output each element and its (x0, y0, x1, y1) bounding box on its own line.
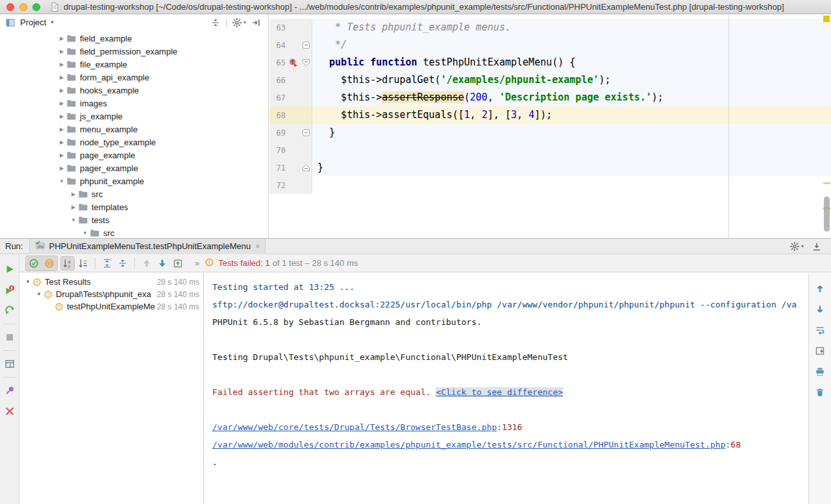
up-the-stack-trace-icon[interactable] (813, 282, 827, 296)
project-tree-item-src[interactable]: ▼src (0, 226, 268, 238)
gutter[interactable]: 70 (269, 141, 312, 159)
close-tab-icon[interactable]: × (255, 242, 260, 251)
editor-line-71[interactable]: 71} (269, 159, 831, 176)
expand-arrow-icon[interactable]: ▶ (69, 204, 78, 210)
code-text[interactable] (312, 176, 831, 194)
code-text[interactable]: * Tests phpunit_example menus. (312, 19, 831, 36)
project-tree-item-phpunit_example[interactable]: ▼phpunit_example (0, 174, 268, 187)
expand-arrow-icon[interactable]: ▶ (57, 165, 66, 171)
error-stripe-mark[interactable] (823, 182, 830, 184)
test-console-output[interactable]: Testing started at 13:25 ...sftp://docke… (205, 273, 808, 504)
previous-failed-test-icon[interactable] (140, 256, 154, 270)
test-tree-row[interactable]: ▼Drupal\Tests\phpunit_exa28 s 140 ms (19, 288, 203, 300)
editor-line-69[interactable]: 69 } (269, 124, 831, 141)
close-window-button[interactable] (6, 3, 14, 11)
editor-scrollbar[interactable] (821, 14, 831, 238)
test-tree-row[interactable]: ▼Test Results28 s 140 ms (19, 276, 203, 288)
project-tree-item-menu_example[interactable]: ▶menu_example (0, 123, 268, 136)
expand-arrow-icon[interactable]: ▶ (57, 88, 66, 93)
chevron-down-icon[interactable]: ▼ (49, 19, 55, 25)
editor-line-70[interactable]: 70 (269, 141, 831, 159)
collapse-arrow-icon[interactable]: ▼ (57, 178, 66, 184)
expand-arrow-icon[interactable]: ▶ (57, 152, 66, 158)
expand-arrow-icon[interactable]: ▶ (69, 191, 78, 197)
gutter[interactable]: 72 (269, 176, 312, 194)
editor-line-66[interactable]: 66 $this->drupalGet('/examples/phpunit-e… (269, 71, 831, 89)
collapse-arrow-icon[interactable]: ▼ (69, 217, 78, 223)
editor-line-68[interactable]: 68 $this->assertEquals([1, 2], [3, 4]); (269, 106, 831, 124)
sort-alphabetically-icon[interactable]: az (60, 256, 75, 270)
project-panel-title[interactable]: Project (20, 18, 46, 27)
gutter[interactable]: 66 (269, 71, 312, 89)
chevron-down-icon[interactable]: ▾ (243, 19, 246, 25)
project-tree-item-node_type_example[interactable]: ▶node_type_example (0, 136, 268, 149)
rerun-failed-tests-icon[interactable] (3, 283, 17, 297)
clear-all-icon[interactable] (813, 385, 827, 400)
project-tree-item-tests[interactable]: ▼tests (0, 213, 268, 226)
zoom-window-button[interactable] (32, 3, 40, 11)
editor-line-65[interactable]: 65 public function testPhpUnitExampleMen… (269, 54, 831, 71)
gutter[interactable]: 71 (269, 159, 312, 176)
code-text[interactable]: */ (312, 36, 831, 54)
toggle-auto-test-icon[interactable] (3, 304, 17, 318)
collapse-arrow-icon[interactable]: ▼ (34, 291, 43, 297)
project-toolwindow-icon[interactable] (4, 16, 17, 29)
console-link[interactable]: <Click to see difference> (436, 387, 563, 397)
hide-toolwindow-icon[interactable] (810, 239, 824, 254)
code-text[interactable]: $this->drupalGet('/examples/phpunit-exam… (312, 71, 831, 89)
expand-arrow-icon[interactable]: ▶ (57, 126, 66, 132)
gutter[interactable]: 67 (269, 89, 312, 106)
console-link[interactable]: /var/www/web/core/tests/Drupal/Tests/Bro… (212, 422, 497, 432)
test-tree-row[interactable]: testPhpUnitExampleMe28 s 140 ms (19, 300, 203, 313)
collapse-all-icon[interactable] (208, 16, 223, 30)
expand-arrow-icon[interactable]: ▶ (57, 114, 66, 119)
down-the-stack-trace-icon[interactable] (813, 302, 827, 317)
code-text[interactable]: $this->assertEquals([1, 2], [3, 4]); (312, 106, 831, 124)
project-tree-item-form_api_example[interactable]: ▶form_api_example (0, 71, 268, 84)
collapse-all-icon[interactable] (116, 256, 130, 270)
editor-line-64[interactable]: 64 */ (269, 36, 831, 54)
show-ignored-icon[interactable] (42, 256, 56, 270)
use-soft-wraps-icon[interactable] (813, 323, 827, 337)
expand-arrow-icon[interactable]: ▶ (57, 36, 66, 42)
stop-icon[interactable] (3, 330, 17, 344)
expand-arrow-icon[interactable]: ▶ (57, 139, 66, 145)
close-icon[interactable] (3, 404, 17, 418)
expand-arrow-icon[interactable]: ▶ (57, 75, 66, 80)
next-failed-test-icon[interactable] (155, 256, 169, 270)
more-chevron-icon[interactable]: » (195, 258, 199, 268)
gutter[interactable]: 68 (269, 106, 312, 124)
minimize-window-button[interactable] (19, 3, 27, 11)
project-tree-item-page_example[interactable]: ▶page_example (0, 149, 268, 162)
gutter[interactable]: 63 (269, 19, 312, 36)
expand-arrow-icon[interactable]: ▶ (57, 101, 66, 106)
code-text[interactable] (312, 141, 831, 159)
project-tree-item-hooks_example[interactable]: ▶hooks_example (0, 84, 268, 97)
gutter[interactable]: 65 (269, 54, 312, 71)
project-tree-item-templates[interactable]: ▶templates (0, 200, 268, 213)
code-text[interactable]: $this->assertResponse(200, 'Description … (312, 89, 831, 106)
console-link[interactable]: /var/www/web/modules/contrib/examples/ph… (212, 440, 726, 450)
gutter[interactable]: 64 (269, 36, 312, 54)
print-icon[interactable] (813, 365, 827, 379)
gutter[interactable]: 69 (269, 124, 312, 141)
settings-gear-icon[interactable] (788, 239, 802, 254)
editor-line-63[interactable]: 63 * Tests phpunit_example menus. (269, 19, 831, 36)
editor-line-72[interactable]: 72 (269, 176, 831, 194)
code-text[interactable]: } (312, 159, 831, 176)
project-tree-item-field_permission_example[interactable]: ▶field_permission_example (0, 45, 268, 58)
code-text[interactable]: } (312, 124, 831, 141)
project-tree-item-js_example[interactable]: ▶js_example (0, 110, 268, 123)
settings-gear-icon[interactable] (230, 16, 244, 30)
expand-all-icon[interactable] (100, 256, 114, 270)
expand-arrow-icon[interactable]: ▶ (57, 62, 66, 67)
project-tree-item-field_example[interactable]: ▶field_example (0, 32, 268, 45)
show-passed-icon[interactable] (27, 256, 41, 270)
pin-tab-icon[interactable] (3, 383, 17, 398)
sort-by-duration-icon[interactable] (76, 256, 90, 270)
expand-arrow-icon[interactable]: ▶ (57, 49, 66, 54)
import-test-results-icon[interactable] (171, 256, 185, 270)
editor-line-67[interactable]: 67 $this->assertResponse(200, 'Descripti… (269, 89, 831, 106)
scrollbar-thumb[interactable] (824, 197, 830, 232)
collapse-arrow-icon[interactable]: ▼ (81, 230, 90, 236)
